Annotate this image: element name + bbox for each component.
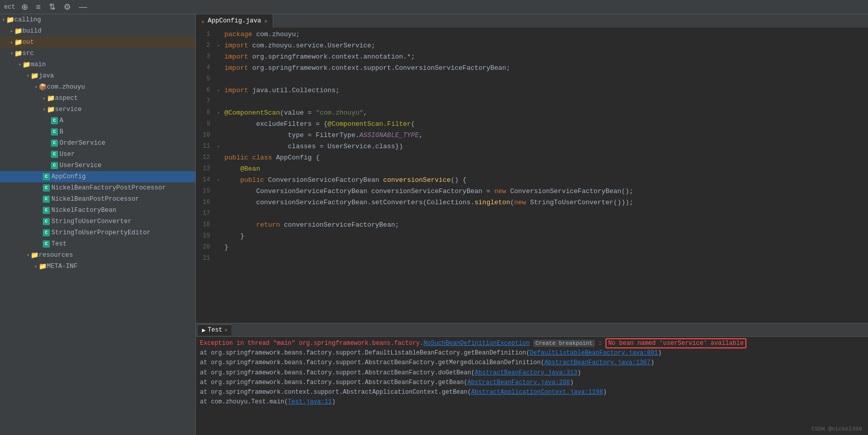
console-tab-label: Test [208, 327, 222, 334]
code-line-3: 3 import org.springframework.context.ann… [196, 51, 868, 62]
bottom-tab-bar: ▶ Test ✕ [196, 323, 868, 337]
arrow-calling: ▾ [2, 17, 5, 23]
stack-link-6[interactable]: Test.java:11 [288, 398, 332, 405]
folder-icon-calling: 📁 [6, 16, 14, 24]
class-icon-NickelBeanFactoryPostProcessor: C [43, 184, 50, 192]
error-highlight-text: No bean named 'userService' available [605, 338, 746, 348]
tree-item-Test[interactable]: C Test [0, 238, 195, 250]
class-icon-OrderService: C [51, 140, 58, 147]
tree-label-OrderService: OrderService [60, 140, 105, 147]
class-icon-A: C [51, 117, 58, 124]
code-line-7: 7 [196, 96, 868, 107]
tree-item-StringToUserConverter[interactable]: C StringToUserConverter [0, 216, 195, 227]
code-line-2: 2 ▸ import com.zhouyu.service.UserServic… [196, 40, 868, 51]
class-icon-AppConfig: C [43, 173, 50, 180]
stack-link-3[interactable]: AbstractBeanFactory.java:313 [475, 369, 577, 376]
tree-item-NickelBeanPostProcessor[interactable]: C NickelBeanPostProcessor [0, 194, 195, 205]
code-line-1: 1 package com.zhouyu; [196, 29, 868, 40]
top-toolbar: ect ⊕ ≡ ⇅ ⚙ — [0, 0, 868, 14]
tree-item-NickelFactoryBean[interactable]: C NickelFactoryBean [0, 205, 195, 216]
collapse-button[interactable]: ≡ [34, 2, 43, 13]
tree-item-B[interactable]: C B [0, 126, 195, 138]
code-line-5: 5 [196, 73, 868, 85]
tree-label-Test: Test [51, 240, 67, 248]
tree-label-aspect: aspect [55, 95, 78, 102]
tree-label-com-zhouyu: com.zhouyu [47, 84, 85, 91]
tree-item-aspect[interactable]: ▸ 📁 aspect [0, 93, 195, 104]
code-line-14: 14 ▸ public ConversionServiceFactoryBean… [196, 174, 868, 185]
code-line-16: 16 conversionServiceFactoryBean.setConve… [196, 197, 868, 208]
tree-label-NickelFactoryBean: NickelFactoryBean [51, 207, 117, 214]
stack-trace-4: at org.springframework.beans.factory.sup… [200, 378, 864, 388]
tree-item-OrderService[interactable]: C OrderService [0, 138, 195, 149]
code-line-19: 19 } [196, 230, 868, 241]
tree-label-A: A [60, 117, 64, 124]
tree-item-META-INF[interactable]: ▸ 📁 META-INF [0, 261, 195, 272]
tree-label-resources: resources [39, 252, 73, 259]
tab-close-button[interactable]: ✕ [264, 18, 268, 24]
arrow-main: ▾ [18, 62, 21, 68]
console-tab-Test[interactable]: ▶ Test ✕ [198, 324, 232, 336]
stack-link-5[interactable]: AbstractApplicationContext.java:1198 [471, 389, 603, 396]
arrow-java: ▾ [26, 73, 30, 79]
tree-item-AppConfig[interactable]: C AppConfig [0, 171, 195, 182]
stack-trace-2: at org.springframework.beans.factory.sup… [200, 358, 864, 368]
tree-item-resources[interactable]: ▾ 📁 resources [0, 250, 195, 261]
tree-item-NickelBeanFactoryPostProcessor[interactable]: C NickelBeanFactoryPostProcessor [0, 182, 195, 194]
tree-item-main[interactable]: ▾ 📁 main [0, 59, 195, 70]
stack-trace-1: at org.springframework.beans.factory.sup… [200, 348, 864, 358]
stack-trace-5: at org.springframework.context.support.A… [200, 388, 864, 397]
watermark: CSDN @nickel369 [812, 426, 862, 432]
arrow-META-INF: ▸ [35, 263, 38, 269]
stack-trace-3: at org.springframework.beans.factory.sup… [200, 368, 864, 378]
code-editor[interactable]: 1 package com.zhouyu; 2 ▸ import com.zho… [196, 29, 868, 323]
code-line-15: 15 ConversionServiceFactoryBean conversi… [196, 185, 868, 197]
tree-label-B: B [60, 128, 64, 135]
folder-icon-java: 📁 [31, 72, 39, 80]
folder-icon-com-zhouyu: 📦 [39, 83, 47, 91]
tree-item-com-zhouyu[interactable]: ▾ 📦 com.zhouyu [0, 81, 195, 93]
settings-button[interactable]: ⚙ [62, 1, 73, 13]
exception-link[interactable]: NoSuchBeanDefinitionException [423, 340, 530, 347]
tree-item-out[interactable]: ▸ 📁 out [0, 37, 195, 48]
stack-link-2[interactable]: AbstractBeanFactory.java:1367 [544, 359, 651, 366]
editor-tab-AppConfig[interactable]: ☕ AppConfig.java ✕ [196, 14, 273, 28]
tree-label-out: out [22, 39, 34, 46]
stack-link-4[interactable]: AbstractBeanFactory.java:208 [468, 379, 570, 386]
tree-item-src[interactable]: ▾ 📁 src [0, 48, 195, 59]
code-line-21: 21 [196, 253, 868, 264]
tree-item-calling[interactable]: ▾ 📁 calling [0, 14, 195, 25]
tree-item-User[interactable]: C User [0, 149, 195, 160]
code-line-10: 10 type = FilterType.ASSIGNABLE_TYPE, [196, 129, 868, 141]
tab-bar: ☕ AppConfig.java ✕ [196, 14, 868, 29]
tree-label-User: User [60, 151, 75, 158]
class-icon-NickelBeanPostProcessor: C [43, 196, 50, 203]
code-line-13: 13 @Bean [196, 163, 868, 174]
code-line-8: 8 ▸ @ComponentScan(value = "com.zhouyu", [196, 107, 868, 118]
expand-button[interactable]: ⇅ [47, 1, 57, 13]
console-tab-close[interactable]: ✕ [224, 327, 227, 333]
add-button[interactable]: ⊕ [19, 1, 30, 13]
arrow-src: ▾ [10, 50, 13, 57]
create-breakpoint-label[interactable]: Create breakpoint [533, 340, 594, 347]
tree-item-java[interactable]: ▾ 📁 java [0, 70, 195, 81]
tree-label-main: main [31, 61, 46, 68]
folder-icon-src: 📁 [14, 49, 22, 58]
arrow-build: ▸ [10, 28, 13, 34]
tree-item-StringToUserPropertyEditor[interactable]: C StringToUserPropertyEditor [0, 227, 195, 238]
folder-icon-META-INF: 📁 [39, 262, 47, 270]
tree-label-service: service [55, 106, 82, 113]
stack-link-1[interactable]: DefaultListableBeanFactory.java:881 [530, 349, 658, 357]
class-icon-NickelFactoryBean: C [43, 207, 50, 214]
java-file-icon: ☕ [201, 17, 205, 25]
code-line-6: 6 ▸ import java.util.Collections; [196, 85, 868, 96]
code-line-20: 20 } [196, 241, 868, 253]
arrow-aspect: ▸ [43, 95, 46, 101]
tree-item-service[interactable]: ▾ 📁 service [0, 104, 195, 115]
code-line-9: 9 excludeFilters = {@ComponentScan.Filte… [196, 118, 868, 129]
tree-label-AppConfig: AppConfig [51, 173, 86, 180]
more-button[interactable]: — [77, 2, 89, 13]
tree-item-UserService[interactable]: C UserService [0, 160, 195, 171]
tree-item-A[interactable]: C A [0, 115, 195, 126]
tree-item-build[interactable]: ▸ 📁 build [0, 25, 195, 37]
